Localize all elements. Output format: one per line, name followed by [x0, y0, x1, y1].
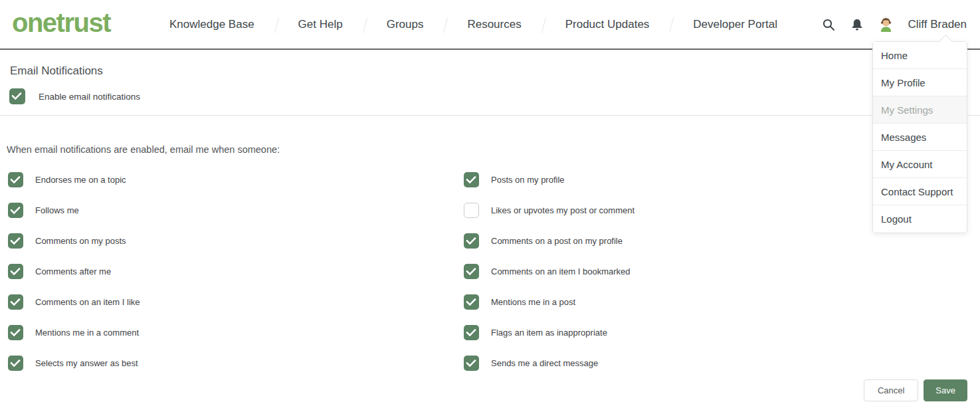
notification-option-label: Comments on an item I bookmarked: [491, 266, 631, 276]
nav-item[interactable]: Get Help: [276, 0, 365, 49]
notification-option-row[interactable]: Posts on my profile: [464, 164, 635, 195]
notification-option-row[interactable]: Endorses me on a topic: [8, 164, 456, 195]
email-notifications-settings: Email Notifications Enable email notific…: [0, 51, 980, 378]
onetrust-logo[interactable]: onetrust: [12, 9, 110, 40]
top-nav-bar: onetrust Knowledge Base Get Help Groups …: [0, 0, 980, 50]
nav-item-label: Developer Portal: [693, 18, 777, 31]
notification-option-checkbox[interactable]: [464, 264, 479, 279]
notification-option-row[interactable]: Comments on my posts: [8, 225, 456, 256]
notification-option-row[interactable]: Comments after me: [8, 256, 456, 286]
enable-email-notifications-checkbox[interactable]: [9, 88, 25, 104]
notification-option-row[interactable]: Mentions me in a comment: [8, 317, 456, 348]
notification-option-checkbox[interactable]: [464, 172, 479, 187]
page-title: Email Notifications: [10, 64, 980, 78]
user-menu-item[interactable]: Contact Support: [873, 178, 967, 205]
notification-option-checkbox[interactable]: [464, 203, 479, 218]
notification-option-checkbox[interactable]: [464, 356, 479, 371]
user-menu-item-label: Home: [881, 50, 908, 61]
user-menu-dropdown: Home My Profile My Settings Messages My …: [872, 41, 967, 233]
notification-option-checkbox[interactable]: [8, 203, 23, 218]
nav-item[interactable]: Product Updates: [543, 0, 672, 49]
header-right-cluster: Cliff Braden: [821, 17, 980, 32]
user-menu-item[interactable]: Logout: [873, 205, 967, 233]
notification-option-label: Selects my answer as best: [35, 358, 138, 368]
nav-item-label: Get Help: [298, 18, 343, 31]
nav-item-label: Resources: [467, 18, 521, 31]
notification-option-row[interactable]: Comments on a post on my profile: [464, 225, 635, 256]
notification-option-checkbox[interactable]: [8, 264, 23, 279]
section-divider: [0, 115, 980, 116]
search-icon[interactable]: [821, 17, 836, 32]
notification-option-checkbox[interactable]: [8, 325, 23, 340]
user-menu-item[interactable]: Home: [873, 42, 967, 69]
notification-option-label: Mentions me in a comment: [35, 328, 139, 338]
user-menu-item[interactable]: My Settings: [873, 96, 967, 124]
enable-email-notifications-label: Enable email notifications: [39, 92, 140, 102]
notify-when-subheading: When email notifications are enabled, em…: [7, 144, 980, 155]
notification-option-row[interactable]: Likes or upvotes my post or comment: [464, 195, 635, 225]
user-menu-item[interactable]: My Profile: [873, 69, 967, 96]
notification-option-checkbox[interactable]: [8, 356, 23, 371]
notification-option-checkbox[interactable]: [8, 233, 23, 249]
user-menu-item-label: My Settings: [881, 104, 933, 116]
notification-option-row[interactable]: Sends me a direct message: [464, 348, 635, 378]
notification-option-checkbox[interactable]: [8, 294, 23, 310]
notification-option-checkbox[interactable]: [464, 233, 479, 249]
nav-item-label: Groups: [387, 18, 424, 31]
user-menu-item-label: Contact Support: [881, 186, 953, 197]
notification-option-row[interactable]: Comments on an item I like: [8, 286, 456, 317]
notification-option-label: Endorses me on a topic: [35, 175, 126, 185]
user-menu-item[interactable]: Messages: [873, 124, 967, 151]
notification-option-row[interactable]: Mentions me in a post: [464, 286, 635, 317]
nav-item[interactable]: Resources: [445, 0, 543, 49]
user-menu-item-label: My Account: [881, 159, 933, 170]
enable-email-notifications-option[interactable]: Enable email notifications: [9, 88, 980, 104]
notification-option-label: Likes or upvotes my post or comment: [491, 205, 635, 215]
notification-option-label: Posts on my profile: [491, 175, 565, 185]
notification-option-checkbox[interactable]: [464, 325, 479, 340]
notification-option-label: Comments on an item I like: [35, 297, 140, 307]
notification-options: Endorses me on a topic Follows me Commen…: [0, 164, 980, 378]
nav-item[interactable]: Developer Portal: [671, 0, 799, 49]
notification-option-label: Comments on my posts: [35, 236, 126, 246]
notification-option-checkbox[interactable]: [8, 172, 23, 187]
notification-option-label: Flags an item as inappropriate: [491, 328, 607, 338]
notification-option-label: Follows me: [35, 205, 79, 215]
user-menu-item-label: Messages: [881, 132, 926, 143]
cancel-button[interactable]: Cancel: [864, 379, 918, 401]
notification-option-row[interactable]: Selects my answer as best: [8, 348, 456, 378]
user-menu-item-label: My Profile: [881, 77, 926, 88]
main-nav: Knowledge Base Get Help Groups Resources…: [147, 0, 799, 49]
options-column-left: Endorses me on a topic Follows me Commen…: [0, 164, 456, 378]
notification-option-label: Sends me a direct message: [491, 358, 598, 368]
notification-option-row[interactable]: Flags an item as inappropriate: [464, 317, 635, 348]
notification-option-row[interactable]: Comments on an item I bookmarked: [464, 256, 635, 286]
notification-option-label: Mentions me in a post: [491, 297, 575, 307]
user-menu-trigger[interactable]: Cliff Braden: [908, 18, 967, 31]
user-avatar[interactable]: [878, 17, 894, 32]
nav-item[interactable]: Groups: [365, 0, 446, 49]
nav-item-label: Product Updates: [565, 18, 650, 31]
user-menu-item-label: Logout: [881, 213, 912, 225]
save-button[interactable]: Save: [924, 379, 967, 401]
notification-option-checkbox[interactable]: [464, 294, 479, 310]
options-column-right: Posts on my profile Likes or upvotes my …: [456, 164, 635, 378]
notification-option-label: Comments on a post on my profile: [491, 236, 623, 246]
nav-item[interactable]: Knowledge Base: [147, 0, 276, 49]
notification-option-row[interactable]: Follows me: [8, 195, 456, 225]
nav-item-label: Knowledge Base: [169, 18, 254, 31]
form-actions: Cancel Save: [864, 379, 967, 401]
bell-icon[interactable]: [850, 17, 864, 32]
user-menu-item[interactable]: My Account: [873, 151, 967, 178]
notification-option-label: Comments after me: [35, 266, 111, 276]
